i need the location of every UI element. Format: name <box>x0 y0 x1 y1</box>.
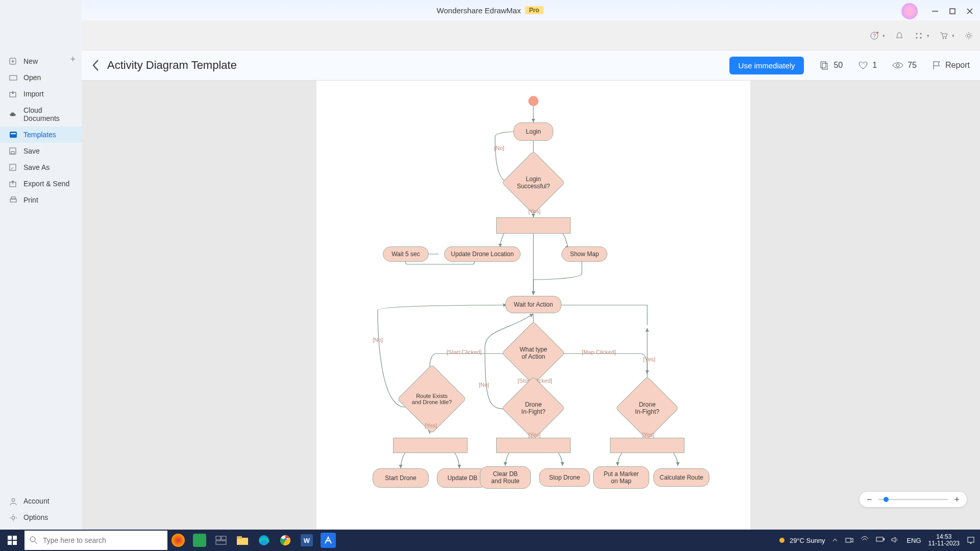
apps-chevron-icon[interactable]: ▾ <box>927 33 929 38</box>
eye-icon <box>892 61 903 69</box>
node-start-drone[interactable]: Start Drone <box>373 468 429 488</box>
minimize-button[interactable] <box>930 6 940 16</box>
tray-chevron-icon[interactable] <box>832 537 838 543</box>
settings-gear-icon[interactable] <box>964 31 974 41</box>
sidebar-item-cloud[interactable]: Cloud Documents <box>0 102 82 127</box>
taskbar-search[interactable] <box>24 531 167 550</box>
breadcrumb-bar: Activity Diagram Template Use immediatel… <box>82 50 980 81</box>
wifi-icon[interactable] <box>861 536 869 544</box>
diagram-canvas[interactable]: Login Login Successful? [No] [Yes] Wait … <box>316 81 750 530</box>
svg-point-7 <box>920 37 922 39</box>
fork-bar-4[interactable] <box>610 438 684 453</box>
svg-rect-28 <box>13 536 17 540</box>
notifications-icon[interactable] <box>967 536 975 544</box>
likes-metric[interactable]: 1 <box>858 60 877 70</box>
fork-bar-2[interactable] <box>393 438 468 453</box>
cart-icon[interactable] <box>939 31 949 41</box>
close-button[interactable] <box>965 6 975 16</box>
svg-rect-18 <box>10 164 16 170</box>
svg-rect-36 <box>237 536 242 539</box>
edrawmax-icon[interactable] <box>321 533 336 548</box>
copies-metric[interactable]: 50 <box>819 60 843 70</box>
svg-point-40 <box>779 538 785 543</box>
node-route-exists[interactable]: Route Exists and Drone Idle? <box>407 374 456 423</box>
canvas-area[interactable]: Login Login Successful? [No] [Yes] Wait … <box>82 81 980 534</box>
node-clear-db[interactable]: Clear DB and Route <box>480 466 531 489</box>
sidebar-item-import[interactable]: Import <box>0 86 82 102</box>
zoom-out-icon[interactable]: − <box>867 494 872 505</box>
search-input[interactable] <box>43 536 162 544</box>
node-stop-drone[interactable]: Stop Drone <box>539 468 590 487</box>
file-explorer-icon[interactable] <box>235 533 250 548</box>
word-icon[interactable]: W <box>299 533 314 548</box>
node-what-type[interactable]: What type of Action <box>511 331 556 375</box>
edge-label-map: [Map Clicked] <box>582 349 616 355</box>
heart-icon <box>858 60 868 70</box>
app-title: Wondershare EdrawMax <box>437 6 521 15</box>
svg-rect-15 <box>11 133 16 134</box>
svg-rect-24 <box>821 62 826 68</box>
cart-chevron-icon[interactable]: ▾ <box>952 33 954 38</box>
node-login-successful[interactable]: Login Successful? <box>511 160 556 205</box>
fork-bar-1[interactable] <box>496 217 571 234</box>
clock[interactable]: 14:53 11-11-2023 <box>928 534 960 547</box>
language-indicator[interactable]: ENG <box>906 537 921 544</box>
report-button[interactable]: Report <box>932 60 970 70</box>
use-immediately-button[interactable]: Use immediately <box>729 57 804 74</box>
zoom-slider[interactable] <box>878 499 948 500</box>
node-update-drone-loc[interactable]: Update Drone Location <box>444 246 521 262</box>
task-view-icon[interactable] <box>213 533 229 548</box>
help-icon[interactable]: ? <box>869 31 879 41</box>
meet-now-icon[interactable] <box>845 536 853 544</box>
windows-taskbar[interactable]: W 29°C Sunny ENG 14:53 11-11-2023 <box>0 530 980 551</box>
bell-icon[interactable] <box>894 31 904 41</box>
sidebar-item-saveas[interactable]: Save As <box>0 159 82 176</box>
sidebar-item-new[interactable]: New + <box>0 53 82 69</box>
node-drone-infight-1[interactable]: Drone In-Fight? <box>511 386 556 431</box>
node-wait5[interactable]: Wait 5 sec <box>383 246 429 262</box>
node-drone-infight-2[interactable]: Drone In-Fight? <box>625 386 670 431</box>
chrome-icon[interactable] <box>278 533 293 548</box>
edge-label-no1: [No] <box>494 145 504 151</box>
battery-icon[interactable] <box>876 536 884 544</box>
sidebar-item-templates[interactable]: Templates <box>0 127 82 143</box>
node-show-map[interactable]: Show Map <box>561 246 607 262</box>
apps-icon[interactable] <box>914 31 924 41</box>
sidebar-item-print[interactable]: Print <box>0 192 82 208</box>
sidebar-item-export[interactable]: Export & Send <box>0 176 82 192</box>
maximize-button[interactable] <box>947 6 958 16</box>
edge-label-no3: [No] <box>479 382 489 388</box>
start-button[interactable] <box>0 530 24 551</box>
svg-rect-21 <box>11 197 15 199</box>
zoom-control[interactable]: − + <box>860 492 967 507</box>
back-chevron-icon[interactable] <box>92 59 100 71</box>
zoom-in-icon[interactable]: + <box>954 494 960 505</box>
sidebar-item-save[interactable]: Save <box>0 143 82 159</box>
template-icon <box>9 131 17 138</box>
views-metric[interactable]: 75 <box>892 61 917 70</box>
volume-icon[interactable] <box>891 536 899 544</box>
weather-widget[interactable]: 29°C Sunny <box>777 536 825 545</box>
svg-point-8 <box>943 38 944 39</box>
node-put-marker[interactable]: Put a Marker on Map <box>593 466 649 489</box>
svg-point-22 <box>12 498 15 502</box>
save-icon <box>9 147 17 155</box>
node-wait-action[interactable]: Wait for Action <box>505 296 561 313</box>
help-chevron-icon[interactable]: ▾ <box>883 33 885 38</box>
user-avatar[interactable] <box>901 3 918 19</box>
fork-bar-3[interactable] <box>496 438 571 453</box>
export-icon <box>9 180 17 187</box>
start-node[interactable] <box>528 96 538 106</box>
taskbar-app-1[interactable] <box>170 533 186 548</box>
edge-icon[interactable] <box>256 533 272 548</box>
new-plus-icon[interactable]: + <box>70 54 76 65</box>
sidebar-item-options[interactable]: Options <box>0 509 82 525</box>
search-icon <box>30 536 38 544</box>
sidebar-item-open[interactable]: Open <box>0 69 82 86</box>
edge-label-no2: [No] <box>373 337 383 343</box>
node-calc-route[interactable]: Calculate Route <box>653 468 709 487</box>
sidebar-item-label: Save <box>23 147 40 155</box>
node-login[interactable]: Login <box>513 122 553 141</box>
sidebar-item-account[interactable]: Account <box>0 493 82 509</box>
taskbar-app-2[interactable] <box>192 533 207 548</box>
